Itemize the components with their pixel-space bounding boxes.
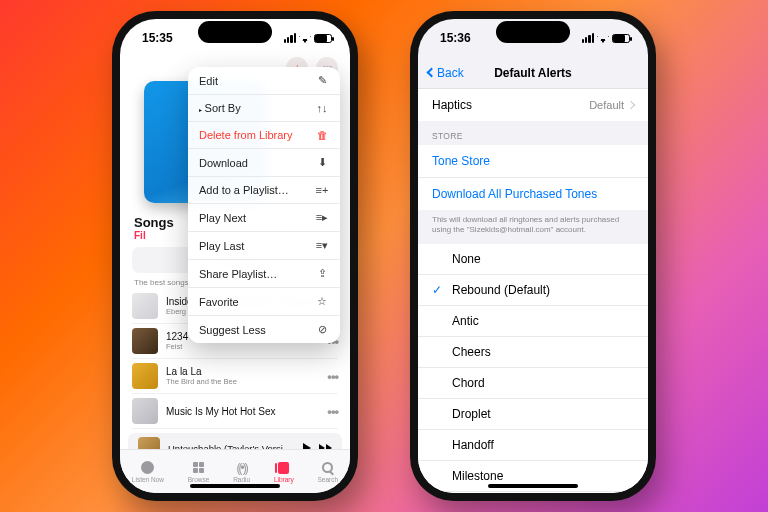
context-menu: Edit✎ ▸ Sort By↑↓ Delete from Library🗑 D… bbox=[188, 67, 340, 343]
back-button[interactable]: Back bbox=[428, 66, 464, 80]
battery-icon bbox=[612, 34, 630, 43]
share-icon: ⇪ bbox=[315, 267, 329, 280]
tone-row[interactable]: Handoff bbox=[418, 430, 648, 461]
play-last-icon: ≡▾ bbox=[315, 239, 329, 252]
menu-add-playlist[interactable]: Add to a Playlist…≡+ bbox=[188, 177, 340, 204]
tab-listen-now[interactable]: Listen Now bbox=[132, 461, 164, 483]
menu-play-last[interactable]: Play Last≡▾ bbox=[188, 232, 340, 260]
haptics-group: Haptics Default bbox=[418, 89, 648, 121]
wifi-icon bbox=[597, 33, 609, 43]
tone-row[interactable]: None bbox=[418, 244, 648, 275]
tab-library[interactable]: Library bbox=[274, 461, 294, 483]
tone-label: Milestone bbox=[452, 469, 503, 483]
phone-left: 15:35 ↓ ••• Songs Fil bbox=[112, 11, 358, 501]
suggest-less-icon: ⊘ bbox=[315, 323, 329, 336]
menu-label: Download bbox=[199, 157, 248, 169]
tab-radio[interactable]: ((•))Radio bbox=[233, 461, 250, 483]
pencil-icon: ✎ bbox=[315, 74, 329, 87]
menu-sort-by[interactable]: ▸ Sort By↑↓ bbox=[188, 95, 340, 122]
song-row[interactable]: Music Is My Hot Hot Sex••• bbox=[132, 394, 338, 429]
tone-row[interactable]: Cheers bbox=[418, 337, 648, 368]
tab-search[interactable]: Search bbox=[318, 461, 339, 483]
menu-edit[interactable]: Edit✎ bbox=[188, 67, 340, 95]
trash-icon: 🗑 bbox=[315, 129, 329, 141]
tone-row[interactable]: ✓Rebound (Default) bbox=[418, 275, 648, 306]
library-icon bbox=[278, 462, 289, 474]
store-footnote: This will download all ringtones and ale… bbox=[418, 210, 648, 244]
menu-delete[interactable]: Delete from Library🗑 bbox=[188, 122, 340, 149]
nav-bar: Back Default Alerts bbox=[418, 57, 648, 89]
song-more-button[interactable]: ••• bbox=[327, 404, 338, 419]
chevron-left-icon bbox=[427, 68, 437, 78]
home-indicator[interactable] bbox=[488, 484, 578, 488]
menu-suggest-less[interactable]: Suggest Less⊘ bbox=[188, 316, 340, 343]
settings-screen: 15:36 Back Default Alerts Haptics Defaul… bbox=[418, 19, 648, 493]
phone-right: 15:36 Back Default Alerts Haptics Defaul… bbox=[410, 11, 656, 501]
playlist-add-icon: ≡+ bbox=[315, 184, 329, 196]
song-artwork bbox=[132, 398, 158, 424]
row-value: Default bbox=[589, 99, 624, 111]
radio-icon: ((•)) bbox=[234, 461, 250, 475]
song-artwork bbox=[132, 293, 158, 319]
back-label: Back bbox=[437, 66, 464, 80]
song-artist: Feist bbox=[166, 342, 319, 351]
browse-icon bbox=[193, 462, 205, 474]
tone-label: Handoff bbox=[452, 438, 494, 452]
page-title: Default Alerts bbox=[494, 66, 572, 80]
menu-download[interactable]: Download⬇ bbox=[188, 149, 340, 177]
song-more-button[interactable]: ••• bbox=[327, 369, 338, 384]
menu-label: Delete from Library bbox=[199, 129, 293, 141]
row-label: Download All Purchased Tones bbox=[432, 187, 597, 201]
listen-now-icon bbox=[141, 461, 154, 474]
status-indicators bbox=[582, 33, 630, 43]
store-group: Tone Store Download All Purchased Tones bbox=[418, 145, 648, 210]
tab-label: Search bbox=[318, 476, 339, 483]
home-indicator[interactable] bbox=[190, 484, 280, 488]
menu-label: ▸ Sort By bbox=[199, 102, 241, 114]
row-label: Haptics bbox=[432, 98, 472, 112]
song-title: Music Is My Hot Hot Sex bbox=[166, 406, 319, 417]
checkmark-icon: ✓ bbox=[432, 283, 446, 297]
dynamic-island bbox=[198, 21, 272, 43]
tone-label: None bbox=[452, 252, 481, 266]
tone-row[interactable]: Chord bbox=[418, 368, 648, 399]
haptics-row[interactable]: Haptics Default bbox=[418, 89, 648, 121]
tab-browse[interactable]: Browse bbox=[188, 461, 210, 483]
star-icon: ☆ bbox=[315, 295, 329, 308]
chevron-right-icon bbox=[627, 101, 635, 109]
menu-label: Edit bbox=[199, 75, 218, 87]
tab-label: Listen Now bbox=[132, 476, 164, 483]
song-artwork bbox=[132, 363, 158, 389]
cellular-icon bbox=[284, 33, 296, 43]
row-label: Tone Store bbox=[432, 154, 490, 168]
menu-play-next[interactable]: Play Next≡▸ bbox=[188, 204, 340, 232]
status-time: 15:36 bbox=[440, 31, 471, 45]
music-app-screen: 15:35 ↓ ••• Songs Fil bbox=[120, 19, 350, 493]
status-indicators bbox=[284, 33, 332, 43]
menu-label: Play Next bbox=[199, 212, 246, 224]
download-icon: ⬇ bbox=[315, 156, 329, 169]
menu-label: Play Last bbox=[199, 240, 244, 252]
sort-icon: ↑↓ bbox=[315, 102, 329, 114]
tone-list: None✓Rebound (Default)AnticCheersChordDr… bbox=[418, 244, 648, 493]
tone-label: Chord bbox=[452, 376, 485, 390]
song-artist: The Bird and the Bee bbox=[166, 377, 319, 386]
tone-store-row[interactable]: Tone Store bbox=[418, 145, 648, 178]
menu-share[interactable]: Share Playlist…⇪ bbox=[188, 260, 340, 288]
tone-row[interactable]: Droplet bbox=[418, 399, 648, 430]
store-header: STORE bbox=[418, 121, 648, 145]
menu-label: Share Playlist… bbox=[199, 268, 277, 280]
search-icon bbox=[322, 462, 333, 473]
tone-row[interactable]: Note bbox=[418, 492, 648, 493]
song-title: La la La bbox=[166, 366, 319, 377]
menu-favorite[interactable]: Favorite☆ bbox=[188, 288, 340, 316]
tone-label: Cheers bbox=[452, 345, 491, 359]
tab-label: Browse bbox=[188, 476, 210, 483]
tone-label: Antic bbox=[452, 314, 479, 328]
song-row[interactable]: La la LaThe Bird and the Bee••• bbox=[132, 359, 338, 394]
tone-row[interactable]: Antic bbox=[418, 306, 648, 337]
tone-label: Rebound (Default) bbox=[452, 283, 550, 297]
battery-icon bbox=[314, 34, 332, 43]
menu-label: Add to a Playlist… bbox=[199, 184, 289, 196]
download-all-row[interactable]: Download All Purchased Tones bbox=[418, 178, 648, 210]
